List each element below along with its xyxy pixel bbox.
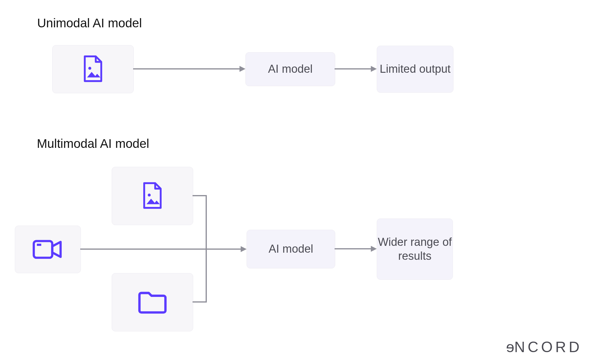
unimodal-input-card bbox=[52, 45, 134, 93]
unimodal-output-card: Limited output bbox=[377, 46, 453, 93]
svg-marker-9 bbox=[241, 246, 247, 252]
heading-multimodal: Multimodal AI model bbox=[37, 137, 149, 151]
multimodal-model-label: AI model bbox=[269, 242, 313, 256]
svg-marker-4 bbox=[371, 66, 377, 72]
svg-rect-6 bbox=[37, 244, 41, 246]
unimodal-model-card: AI model bbox=[245, 52, 335, 86]
multimodal-output-card: Wider range of results bbox=[377, 219, 453, 280]
svg-point-0 bbox=[88, 67, 91, 70]
brand-logo: eENCORDNCORD bbox=[503, 338, 582, 356]
arrow-unimodal-input-to-model bbox=[133, 63, 245, 75]
multimodal-model-card: AI model bbox=[247, 230, 335, 268]
multimodal-video-card bbox=[15, 226, 81, 273]
arrow-multimodal-model-to-output bbox=[335, 243, 377, 255]
svg-rect-5 bbox=[34, 241, 52, 258]
image-file-icon bbox=[82, 55, 104, 83]
heading-unimodal: Unimodal AI model bbox=[37, 16, 142, 30]
unimodal-output-label: Limited output bbox=[380, 62, 451, 76]
arrow-unimodal-model-to-output bbox=[335, 63, 377, 75]
unimodal-model-label: AI model bbox=[268, 62, 313, 76]
multimodal-output-label: Wider range of results bbox=[377, 235, 453, 263]
video-camera-icon bbox=[32, 238, 63, 260]
svg-marker-2 bbox=[240, 66, 245, 72]
svg-marker-11 bbox=[371, 246, 377, 252]
multimodal-merge-connectors bbox=[80, 190, 247, 309]
